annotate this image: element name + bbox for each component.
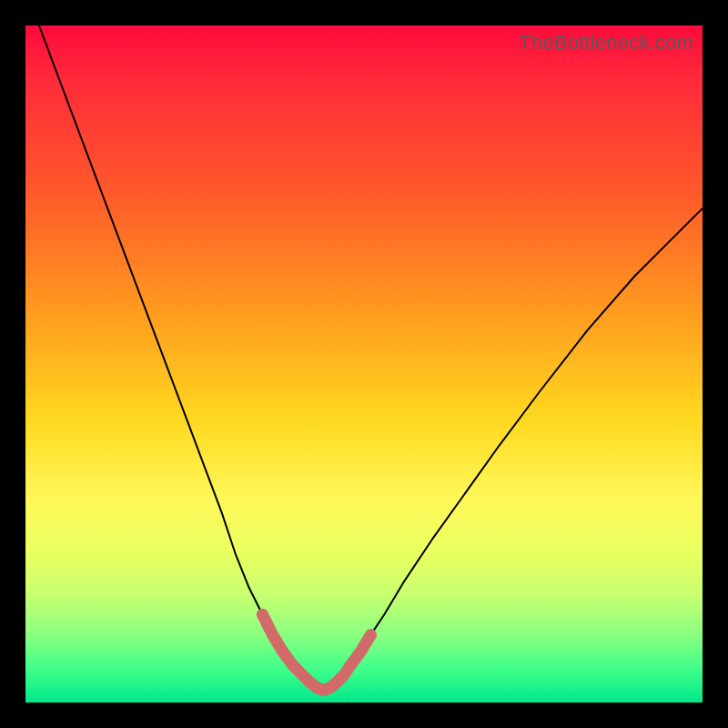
series-group: [39, 25, 703, 691]
chart-frame: TheBottleneck.com: [0, 0, 728, 728]
series-bottleneck-right: [323, 208, 703, 691]
series-bottleneck-curve: [39, 25, 323, 691]
plot-area: TheBottleneck.com: [25, 25, 703, 703]
curve-svg: [25, 25, 703, 703]
series-highlight-min: [262, 614, 370, 690]
